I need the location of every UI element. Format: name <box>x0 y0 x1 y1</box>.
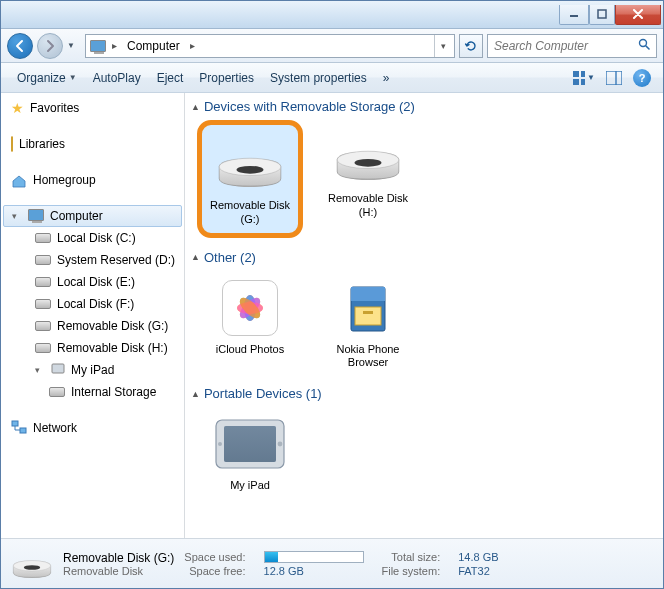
sidebar-item-favorites[interactable]: ★ Favorites <box>1 97 184 119</box>
removable-disk-icon <box>210 131 290 197</box>
sidebar-item-homegroup[interactable]: Homegroup <box>1 169 184 191</box>
properties-button[interactable]: Properties <box>191 63 262 92</box>
section-header-other[interactable]: ▲ Other (2) <box>189 246 655 271</box>
chevron-down-icon: ▼ <box>69 73 77 82</box>
drive-icon <box>35 343 51 353</box>
sidebar-item-network[interactable]: Network <box>1 417 184 439</box>
content-pane: ▲ Devices with Removable Storage (2) Rem… <box>185 93 663 538</box>
sidebar-item-drive[interactable]: System Reserved (D:) <box>1 249 184 271</box>
nav-back-button[interactable] <box>7 33 33 59</box>
space-used-label: Space used: <box>184 551 245 563</box>
sidebar-item-drive[interactable]: Local Disk (C:) <box>1 227 184 249</box>
sidebar-item-drive[interactable]: Removable Disk (H:) <box>1 337 184 359</box>
command-bar: Organize▼ AutoPlay Eject Properties Syst… <box>1 63 663 93</box>
explorer-window: ▼ ▸ Computer ▸ ▾ Organize▼ AutoPlay Ejec… <box>0 0 664 589</box>
network-icon <box>11 420 27 437</box>
svg-point-31 <box>218 442 222 446</box>
chevron-right-icon[interactable]: ▸ <box>108 40 121 51</box>
tile-removable-disk-h[interactable]: Removable Disk (H:) <box>315 120 421 238</box>
total-size-value: 14.8 GB <box>458 551 498 563</box>
minimize-button[interactable] <box>559 5 589 25</box>
svg-line-6 <box>646 46 649 49</box>
sidebar-item-libraries[interactable]: Libraries <box>1 133 184 155</box>
sidebar-item-ipad[interactable]: ▾My iPad <box>1 359 184 381</box>
filesystem-value: FAT32 <box>458 565 498 577</box>
preview-pane-button[interactable] <box>603 67 625 89</box>
icloud-photos-icon <box>210 275 290 341</box>
titlebar <box>1 1 663 29</box>
tile-nokia-phone-browser[interactable]: Nokia Phone Browser <box>315 271 421 375</box>
svg-rect-15 <box>20 428 26 433</box>
removable-disk-icon <box>328 124 408 190</box>
sidebar-item-computer[interactable]: ▾ Computer <box>3 205 182 227</box>
close-button[interactable] <box>615 5 661 25</box>
change-view-button[interactable]: ▼ <box>573 67 595 89</box>
section-header-removable[interactable]: ▲ Devices with Removable Storage (2) <box>189 95 655 120</box>
details-type: Removable Disk <box>63 565 174 577</box>
device-icon <box>51 363 65 378</box>
toolbar-overflow[interactable]: » <box>375 63 398 92</box>
svg-rect-10 <box>581 79 585 85</box>
drive-icon <box>35 277 51 287</box>
computer-icon <box>88 36 108 56</box>
svg-rect-30 <box>224 426 276 462</box>
section-header-portable[interactable]: ▲ Portable Devices (1) <box>189 382 655 407</box>
collapse-icon: ▲ <box>191 389 200 399</box>
chevron-right-icon[interactable]: ▸ <box>186 40 199 51</box>
search-icon <box>638 38 650 53</box>
search-input[interactable] <box>494 39 634 53</box>
eject-button[interactable]: Eject <box>149 63 192 92</box>
svg-rect-9 <box>573 79 579 85</box>
nav-forward-button[interactable] <box>37 33 63 59</box>
space-free-label: Space free: <box>184 565 245 577</box>
total-size-label: Total size: <box>382 551 441 563</box>
removable-disk-icon <box>11 547 53 581</box>
computer-icon <box>28 209 44 224</box>
tile-my-ipad[interactable]: My iPad <box>197 407 303 497</box>
navigation-pane: ★ Favorites Libraries Homegroup <box>1 93 185 538</box>
address-dropdown[interactable]: ▾ <box>434 35 452 57</box>
details-pane: Removable Disk (G:) Removable Disk Space… <box>1 538 663 588</box>
star-icon: ★ <box>11 100 24 116</box>
breadcrumb-computer[interactable]: Computer <box>121 39 186 53</box>
tile-removable-disk-g[interactable]: Removable Disk (G:) <box>197 120 303 238</box>
sidebar-item-internal-storage[interactable]: Internal Storage <box>1 381 184 403</box>
tile-icloud-photos[interactable]: iCloud Photos <box>197 271 303 375</box>
filesystem-label: File system: <box>382 565 441 577</box>
navbar: ▼ ▸ Computer ▸ ▾ <box>1 29 663 63</box>
organize-menu[interactable]: Organize▼ <box>9 63 85 92</box>
collapse-icon: ▲ <box>191 102 200 112</box>
nav-history-dropdown[interactable]: ▼ <box>67 41 81 50</box>
drive-icon <box>35 299 51 309</box>
collapse-icon: ▲ <box>191 252 200 262</box>
autoplay-button[interactable]: AutoPlay <box>85 63 149 92</box>
system-properties-button[interactable]: System properties <box>262 63 375 92</box>
refresh-button[interactable] <box>459 34 483 58</box>
drive-icon <box>49 387 65 397</box>
drive-icon <box>35 255 51 265</box>
file-drawer-icon <box>328 275 408 341</box>
svg-rect-25 <box>351 287 385 301</box>
search-box[interactable] <box>487 34 657 58</box>
maximize-button[interactable] <box>589 5 615 25</box>
svg-rect-13 <box>52 364 64 373</box>
svg-rect-7 <box>573 71 579 77</box>
expand-icon[interactable]: ▾ <box>35 365 45 375</box>
sidebar-item-drive[interactable]: Local Disk (F:) <box>1 293 184 315</box>
chevron-down-icon: ▼ <box>587 73 595 82</box>
drive-icon <box>35 233 51 243</box>
drive-icon <box>35 321 51 331</box>
svg-rect-4 <box>598 10 606 18</box>
sidebar-item-drive[interactable]: Removable Disk (G:) <box>1 315 184 337</box>
sidebar-item-drive[interactable]: Local Disk (E:) <box>1 271 184 293</box>
expand-icon[interactable]: ▾ <box>12 211 22 221</box>
space-free-value: 12.8 GB <box>264 565 364 577</box>
svg-rect-14 <box>12 421 18 426</box>
svg-rect-27 <box>363 311 373 314</box>
space-used-bar <box>264 551 364 563</box>
svg-rect-8 <box>581 71 585 77</box>
help-button[interactable]: ? <box>633 69 651 87</box>
tablet-device-icon <box>210 411 290 477</box>
svg-rect-11 <box>606 71 622 85</box>
address-bar[interactable]: ▸ Computer ▸ ▾ <box>85 34 455 58</box>
